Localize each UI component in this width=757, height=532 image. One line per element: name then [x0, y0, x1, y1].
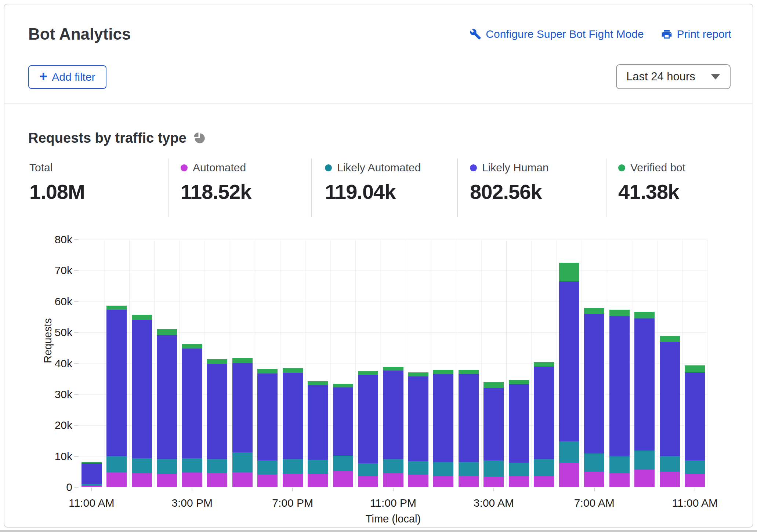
bar-segment-verified-bot — [257, 369, 278, 374]
bar-4-00-pm[interactable] — [207, 359, 227, 487]
bar-3-00-am[interactable] — [483, 382, 504, 487]
bar-segment-verified-bot — [157, 329, 177, 335]
bar-segment-verified-bot — [182, 344, 202, 349]
bar-6-00-am[interactable] — [559, 263, 579, 487]
bar-segment-automated — [232, 472, 253, 487]
bar-segment-likely-automated — [584, 453, 604, 472]
bar-4-00-am[interactable] — [509, 380, 529, 487]
print-link-label: Print report — [677, 28, 731, 40]
bar-segment-likely-automated — [408, 461, 428, 475]
bar-segment-automated — [634, 470, 655, 487]
bar-segment-likely-human — [82, 463, 102, 484]
bar-segment-likely-human — [609, 316, 630, 456]
bar-12-00-pm[interactable] — [106, 306, 127, 487]
bar-segment-automated — [333, 471, 353, 487]
page-title: Bot Analytics — [28, 25, 131, 43]
bar-segment-automated — [82, 486, 102, 487]
bar-segment-automated — [433, 476, 453, 487]
y-tick-label: 40k — [28, 357, 72, 370]
stat-total-value: 1.08M — [29, 180, 85, 204]
bar-3-00-pm[interactable] — [182, 344, 202, 487]
bar-segment-automated — [559, 463, 579, 487]
bar-segment-automated — [534, 476, 554, 487]
bar-segment-likely-automated — [182, 458, 202, 473]
bar-segment-verified-bot — [534, 362, 554, 367]
bar-segment-likely-human — [182, 349, 202, 458]
verified-bot-dot-icon — [618, 164, 625, 171]
add-filter-label: Add filter — [52, 71, 95, 83]
bar-segment-likely-automated — [459, 462, 479, 476]
bar-segment-verified-bot — [333, 384, 353, 387]
time-range-dropdown[interactable]: Last 24 hours — [616, 64, 731, 89]
bar-segment-likely-automated — [333, 456, 353, 471]
add-filter-button[interactable]: + Add filter — [28, 65, 106, 89]
bar-5-00-pm[interactable] — [232, 358, 253, 487]
bar-segment-verified-bot — [232, 358, 253, 363]
stat-likely-human-value: 802.56k — [470, 180, 549, 204]
bar-segment-automated — [207, 473, 227, 487]
bar-segment-likely-human — [408, 376, 428, 461]
bar-8-00-pm[interactable] — [308, 381, 328, 487]
bar-12-00-am[interactable] — [408, 372, 428, 487]
time-range-value: Last 24 hours — [626, 70, 695, 83]
bar-segment-likely-automated — [132, 458, 152, 473]
bar-segment-automated — [584, 472, 604, 487]
bar-7-00-pm[interactable] — [283, 368, 303, 487]
bar-9-00-pm[interactable] — [333, 384, 353, 487]
bar-segment-automated — [660, 472, 680, 487]
y-tick-label: 30k — [28, 388, 72, 401]
y-tick-label: 80k — [28, 233, 72, 246]
bar-segment-likely-automated — [232, 452, 253, 473]
bar-segment-verified-bot — [358, 371, 378, 375]
y-tick-mark — [74, 301, 79, 302]
bar-11-00-pm[interactable] — [383, 367, 403, 487]
bar-segment-likely-automated — [157, 459, 177, 474]
bar-9-00-am[interactable] — [634, 312, 655, 487]
bar-segment-likely-human — [157, 335, 177, 459]
bar-segment-verified-bot — [106, 306, 127, 310]
bar-segment-verified-bot — [459, 370, 479, 374]
bar-2-00-pm[interactable] — [157, 329, 177, 487]
stat-likely-automated-label: Likely Automated — [337, 161, 421, 174]
stats-row: Total 1.08M Automated 118.52k Likely Aut… — [4, 161, 753, 220]
bar-segment-likely-human — [358, 375, 378, 463]
bar-11-00-am[interactable] — [82, 462, 102, 487]
y-tick-mark — [74, 239, 79, 240]
bar-1-00-am[interactable] — [433, 370, 453, 487]
bar-segment-verified-bot — [433, 370, 453, 374]
stat-likely-automated: Likely Automated 119.04k — [325, 161, 421, 204]
bar-8-00-am[interactable] — [609, 310, 630, 487]
bar-segment-verified-bot — [308, 381, 328, 385]
bar-5-00-am[interactable] — [534, 362, 554, 487]
bar-segment-verified-bot — [383, 367, 403, 371]
bar-segment-likely-human — [584, 314, 604, 453]
stat-divider — [311, 158, 312, 217]
x-tick-mark — [192, 488, 192, 491]
bar-7-00-am[interactable] — [584, 308, 604, 487]
bar-segment-likely-human — [333, 387, 353, 456]
bar-segment-likely-automated — [609, 456, 630, 473]
y-tick-label: 20k — [28, 419, 72, 431]
stat-total: Total 1.08M — [29, 161, 85, 204]
y-tick-label: 70k — [28, 264, 72, 277]
plus-icon: + — [39, 69, 47, 83]
bar-segment-likely-automated — [660, 456, 680, 472]
stat-divider — [457, 158, 458, 217]
bar-segment-likely-automated — [509, 463, 529, 476]
configure-super-bot-fight-mode-link[interactable]: Configure Super Bot Fight Mode — [470, 28, 644, 40]
bar-segment-likely-human — [634, 318, 655, 451]
bar-6-00-pm[interactable] — [257, 369, 278, 487]
bar-segment-likely-automated — [283, 459, 303, 474]
bar-segment-likely-automated — [257, 460, 278, 474]
x-axis-title: Time (local) — [366, 513, 421, 525]
y-tick-label: 60k — [28, 295, 72, 308]
bar-10-00-pm[interactable] — [358, 371, 378, 487]
print-report-link[interactable]: Print report — [661, 28, 731, 40]
bar-1-00-pm[interactable] — [132, 315, 152, 487]
bar-11-00-am[interactable] — [685, 365, 705, 487]
bar-10-00-am[interactable] — [660, 336, 680, 487]
chevron-down-icon — [711, 74, 720, 80]
bar-2-00-am[interactable] — [459, 370, 479, 487]
bar-segment-likely-human — [106, 310, 127, 456]
x-tick-mark — [493, 488, 494, 491]
